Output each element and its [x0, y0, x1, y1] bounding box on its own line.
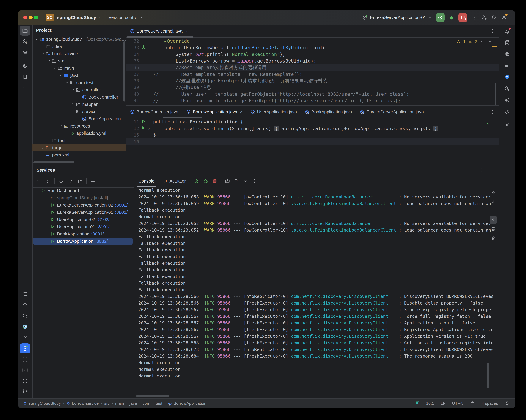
prev-problem-icon[interactable] — [480, 40, 484, 44]
tool-todo-button[interactable] — [20, 289, 30, 299]
project-tree-item-springcloudstudy[interactable]: springCloudStudy~/Desktop/CS/JavaEE — [32, 36, 126, 43]
tool-pull-requests-button[interactable]: ? — [20, 36, 30, 46]
breadcrumb-springcloudstudy[interactable]: springCloudStudy — [23, 401, 61, 406]
console-tab-console[interactable]: Console — [134, 175, 159, 187]
service-borrowapplication[interactable]: BorrowApplication :8082/ — [33, 238, 133, 245]
project-tree-item-java[interactable]: java — [32, 72, 126, 79]
next-problem-icon[interactable] — [488, 40, 492, 44]
service-port-link[interactable]: :8082/ — [95, 239, 108, 244]
tool-ai-assistant-button[interactable] — [502, 120, 512, 130]
caret-position[interactable]: 16:1 — [426, 401, 434, 406]
tool-problems-button[interactable] — [20, 376, 30, 386]
breadcrumb-test[interactable]: test — [156, 401, 162, 406]
tool-plugin-assistant-button[interactable] — [20, 322, 30, 332]
project-tree-item-com.test[interactable]: com.test — [32, 79, 126, 86]
open-new-button[interactable] — [76, 177, 84, 185]
indent-setting[interactable]: 4 spaces — [482, 401, 498, 406]
project-tree-item-test[interactable]: test — [32, 137, 126, 144]
tab-options-button[interactable] — [490, 29, 495, 34]
service-userapplication-02[interactable]: UserApplication-02 :8102/ — [33, 216, 133, 223]
settings-button[interactable] — [501, 14, 507, 21]
inspection-widget[interactable]: 1 2 — [456, 39, 492, 44]
collapse-all-button[interactable] — [44, 177, 52, 185]
service-port-link[interactable]: :8101/ — [97, 224, 109, 229]
service-eurekaserverapplication-02[interactable]: EurekaServerApplication-02 :8802/ — [33, 201, 133, 209]
project-tree-item-resources[interactable]: resources — [32, 123, 126, 130]
tab-options-button[interactable] — [490, 109, 495, 114]
services-options-button[interactable] — [479, 167, 484, 173]
console-output[interactable]: Normal execution2024-10-19 13:36:16.058 … — [134, 187, 493, 392]
version-control-menu[interactable]: Version control — [109, 15, 144, 20]
project-menu[interactable]: springCloudStudy — [57, 15, 101, 20]
rerun-button[interactable] — [193, 177, 201, 185]
tool-more-button[interactable] — [20, 83, 30, 93]
editor-hscrollbar[interactable] — [163, 117, 202, 119]
tool-database-button[interactable] — [502, 38, 512, 48]
project-tree-item-bookcontroller[interactable]: C BookController — [32, 93, 126, 101]
ai-status[interactable] — [470, 400, 475, 406]
tool-ai-bots-button[interactable] — [502, 49, 512, 59]
more-actions-button[interactable] — [471, 14, 477, 20]
project-tree-item-application.yml[interactable]: application.yml — [32, 130, 126, 137]
project-tree-item-pom.xml[interactable]: m pom.xml — [32, 151, 126, 159]
tool-git-button[interactable] — [20, 387, 30, 397]
tool-build-button[interactable] — [20, 333, 30, 342]
maximize-window-button[interactable] — [34, 16, 38, 20]
services-header[interactable]: Services — [32, 165, 499, 175]
stop-button[interactable] — [211, 177, 219, 185]
tab-bookapplication-java[interactable]: CBookApplication.java — [301, 105, 356, 118]
scroll-up-button[interactable] — [490, 189, 497, 197]
code-with-me-button[interactable] — [481, 14, 487, 20]
tab-eurekaserverapplication-java[interactable]: CEurekaServerApplication.java — [356, 105, 428, 118]
stop-button[interactable]: 6 — [458, 13, 467, 22]
project-tree-item-book-service[interactable]: book-service — [32, 50, 126, 57]
plugin-v[interactable] — [415, 400, 419, 406]
console-tab-actuator[interactable]: Actuator — [159, 175, 190, 187]
tool-notifications-button[interactable] — [502, 26, 512, 36]
breadcrumb-java[interactable]: java — [130, 401, 137, 406]
service-eurekaserverapplication-01[interactable]: EurekaServerApplication-01 :8801/ — [33, 209, 133, 216]
breadcrumb-main[interactable]: main — [115, 401, 124, 406]
close-window-button[interactable] — [23, 16, 27, 20]
tool-find-button[interactable] — [20, 311, 30, 321]
hide-panel-button[interactable] — [490, 167, 495, 173]
readonly-toggle[interactable] — [505, 400, 509, 406]
tool-learn-button[interactable] — [20, 47, 30, 57]
plus-button[interactable] — [89, 177, 97, 185]
service-port-link[interactable]: :8081/ — [91, 231, 104, 236]
tab-borrowserviceimpl[interactable]: C BorrowServiceImpl.java × — [126, 25, 192, 37]
project-tree-item-service[interactable]: service — [32, 108, 126, 115]
service-port-link[interactable]: :8102/ — [97, 217, 109, 222]
scroll-to-end-button[interactable] — [490, 216, 497, 224]
breadcrumb-com[interactable]: com — [142, 401, 150, 406]
service-bookapplication[interactable]: BookApplication :8081/ — [33, 230, 133, 238]
search-everywhere-button[interactable] — [491, 14, 497, 20]
project-tree-item-target[interactable]: target — [32, 144, 126, 151]
soft-wrap-button[interactable] — [490, 207, 497, 215]
service-run-dashboard[interactable]: Run Dashboard — [33, 187, 133, 194]
project-panel-header[interactable]: Project — [32, 25, 126, 36]
tool-maven-button[interactable]: m — [502, 61, 512, 71]
breadcrumb-borrowapplication[interactable]: CBorrowApplication — [168, 401, 206, 406]
editor-vertical-scrollbar[interactable] — [495, 83, 496, 105]
tab-borrowapplication-java[interactable]: CBorrowApplication.java× — [182, 105, 247, 118]
rerun-debug-button[interactable] — [202, 177, 210, 185]
line-separator[interactable]: LF — [441, 401, 445, 406]
tool-messages-button[interactable] — [502, 72, 512, 82]
scroll-down-button[interactable] — [490, 198, 497, 206]
minimize-window-button[interactable] — [29, 16, 32, 20]
breadcrumb-borrow-service[interactable]: borrow-service — [66, 401, 99, 406]
tool-bookmarks-button[interactable] — [20, 72, 30, 82]
close-tab-icon[interactable]: × — [240, 109, 243, 114]
filter-button[interactable] — [66, 177, 74, 185]
tool-services-button[interactable] — [20, 343, 30, 353]
close-tab-icon[interactable]: × — [185, 29, 188, 34]
editor-hscrollbar[interactable] — [127, 36, 193, 38]
project-tree-item-.idea[interactable]: .idea — [32, 43, 126, 50]
service-userapplication-01[interactable]: UserApplication-01 :8101/ — [33, 223, 133, 230]
editor-top-code[interactable]: 1 2 32 @Override 33 public UserBorrowDet… — [126, 38, 499, 105]
tool-structure-button[interactable] — [20, 61, 30, 71]
project-vertical-scrollbar[interactable] — [123, 41, 125, 102]
project-tree-item-mapper[interactable]: mapper — [32, 101, 126, 108]
console-horizontal-scrollbar[interactable] — [136, 395, 169, 397]
